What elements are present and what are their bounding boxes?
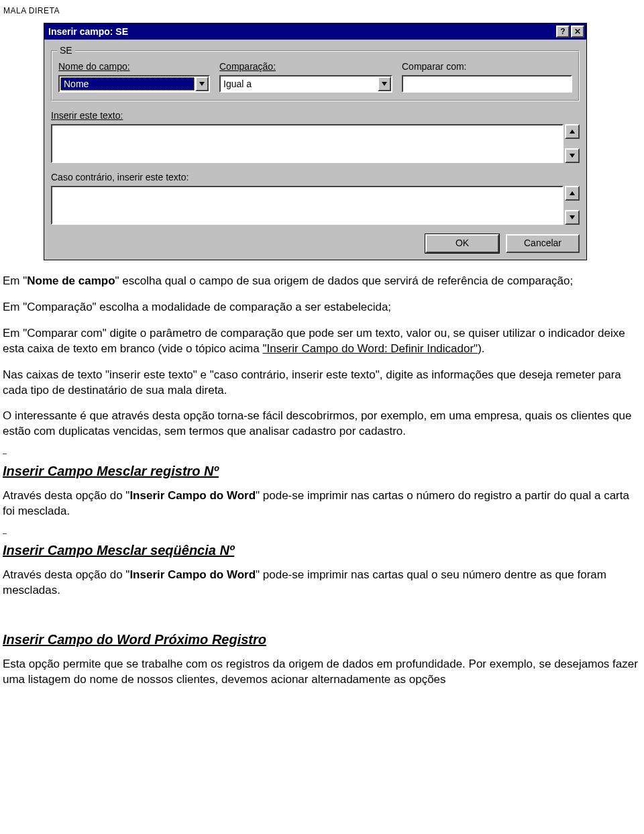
comparison-label: Comparação:	[219, 60, 392, 73]
page-header: MALA DIRETA	[0, 0, 644, 20]
svg-marker-5	[570, 215, 575, 219]
compare-with-label: Comparar com:	[402, 60, 572, 73]
otherwise-scroll-up[interactable]	[565, 186, 580, 201]
groupbox-label: SE	[57, 44, 75, 57]
paragraph-proximo-registro: Esta opção permite que se trabalhe com o…	[3, 657, 641, 688]
paragraph-interessante: O interessante é que através desta opção…	[3, 409, 641, 439]
titlebar: Inserir campo: SE ? ✕	[44, 23, 586, 40]
otherwise-label: Caso contrário, inserir este texto:	[51, 171, 580, 184]
paragraph-mesclar-registro: Através desta opção do "Inserir Campo do…	[3, 488, 641, 519]
svg-marker-1	[382, 82, 387, 86]
svg-marker-0	[199, 82, 205, 86]
compare-with-input[interactable]	[402, 75, 572, 93]
field-name-label: Nome do campo:	[58, 60, 210, 73]
dialog-body: SE Nome do campo: Nome Comparação: Igual…	[44, 40, 586, 260]
paragraph-nome-campo: Em "Nome de campo" escolha qual o campo …	[3, 274, 641, 289]
otherwise-scroll-down[interactable]	[565, 210, 580, 225]
heading-proximo-registro: Inserir Campo do Word Próximo Registro	[3, 631, 641, 649]
dialog-inserir-campo-se: Inserir campo: SE ? ✕ SE Nome do campo: …	[44, 23, 587, 260]
dialog-title: Inserir campo: SE	[48, 25, 555, 38]
heading-mesclar-registro: Inserir Campo Mesclar registro Nº	[3, 462, 641, 480]
insert-text-scroll-down[interactable]	[565, 148, 580, 163]
cancel-button[interactable]: Cancelar	[506, 234, 580, 253]
svg-marker-2	[570, 129, 575, 134]
field-name-combo[interactable]: Nome	[58, 75, 210, 93]
insert-text-scroll	[565, 124, 580, 163]
paragraph-comparar-com: Em "Comparar com" digite o parâmetro de …	[3, 326, 641, 357]
otherwise-textarea[interactable]	[51, 186, 564, 225]
field-name-dropdown-icon[interactable]	[195, 76, 209, 91]
svg-marker-3	[570, 154, 575, 158]
document-body: Em "Nome de campo" escolha qual o campo …	[0, 274, 644, 712]
insert-text-scroll-up[interactable]	[565, 124, 580, 139]
help-button[interactable]: ?	[556, 25, 570, 38]
close-button[interactable]: ✕	[571, 25, 584, 38]
ok-button[interactable]: OK	[425, 234, 499, 253]
section-marker: –	[3, 531, 641, 535]
paragraph-comparacao: Em "Comparação" escolha a modalidade de …	[3, 300, 641, 315]
insert-text-textarea[interactable]	[51, 124, 564, 163]
heading-mesclar-sequencia: Inserir Campo Mesclar seqüência Nº	[3, 541, 641, 560]
comparison-dropdown-icon[interactable]	[378, 76, 391, 91]
paragraph-caixas-texto: Nas caixas de texto "inserir este texto"…	[3, 368, 641, 399]
compare-with-field[interactable]	[403, 76, 571, 91]
otherwise-scroll	[565, 186, 580, 225]
comparison-combo[interactable]: Igual a	[219, 75, 392, 93]
svg-marker-4	[570, 191, 575, 195]
comparison-value: Igual a	[221, 76, 378, 91]
section-marker: –	[3, 452, 641, 456]
field-name-value: Nome	[60, 77, 195, 91]
insert-text-label: Inserir este texto:	[51, 109, 580, 122]
paragraph-mesclar-sequencia: Através desta opção do "Inserir Campo do…	[3, 568, 641, 598]
groupbox-se: SE Nome do campo: Nome Comparação: Igual…	[51, 50, 580, 101]
